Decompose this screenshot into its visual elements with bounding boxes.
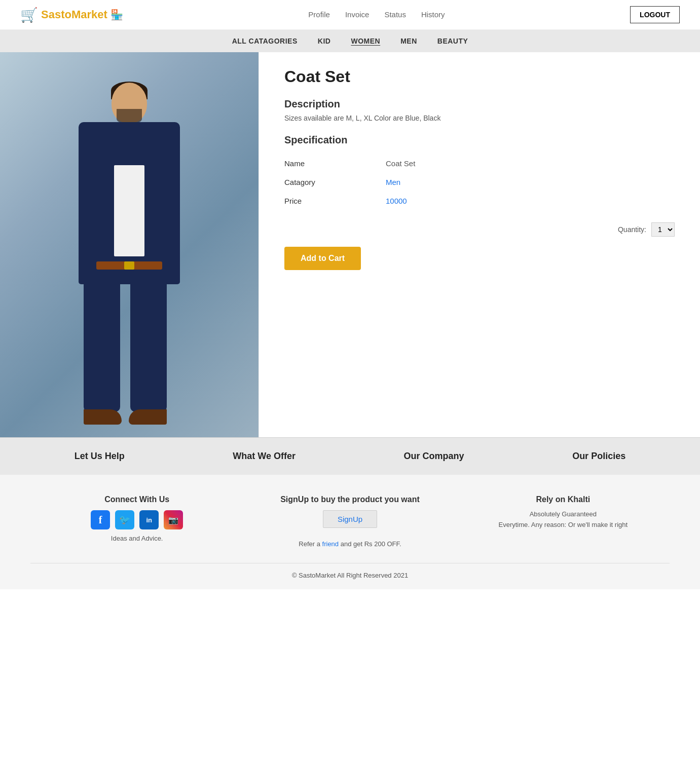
nav-link-invoice[interactable]: Invoice (345, 10, 370, 19)
category-all[interactable]: ALL CATAGORIES (232, 37, 298, 45)
signup-title: SignUp to buy the product you want (243, 495, 456, 504)
footer-copyright: © SastoMarket All Right Reserved 2021 (30, 563, 670, 579)
nav-item-status[interactable]: Status (384, 10, 406, 19)
description-text: Sizes available are M, L, XL Color are B… (284, 114, 675, 122)
quantity-label: Quantity: (618, 225, 646, 234)
footer-section-title-0: Let Us Help (75, 451, 125, 461)
category-nav: ALL CATAGORIES KID WOMEN MEN BEAUTY (0, 30, 700, 52)
footer-col-signup: SignUp to buy the product you want SignU… (243, 495, 456, 548)
footer-section-what-we-offer: What We Offer (233, 451, 296, 462)
product-image (0, 52, 259, 437)
logo-store-icon: 🏪 (110, 9, 123, 21)
main-nav: Profile Invoice Status History (308, 10, 445, 19)
nav-item-profile[interactable]: Profile (308, 10, 330, 19)
khalti-tagline: Everytime. Any reason: Or we'll make it … (457, 521, 670, 528)
description-label: Description (284, 98, 675, 110)
facebook-icon[interactable]: f (91, 510, 110, 529)
nav-links: Profile Invoice Status History (308, 10, 445, 19)
nav-item-invoice[interactable]: Invoice (345, 10, 370, 19)
man-shirt (114, 165, 144, 256)
footer-columns: Connect With Us f 🐦 in 📷 Ideas and Advic… (30, 495, 670, 548)
khalti-title: Rely on Khalti (457, 495, 670, 504)
footer-section-our-policies: Our Policies (572, 451, 625, 462)
category-women[interactable]: WOMEN (351, 37, 380, 45)
product-image-area (0, 52, 259, 437)
man-shoe-left (84, 409, 122, 425)
spec-key-price: Price (284, 192, 386, 210)
refer-text: Refer a friend and get Rs 200 OFF. (243, 540, 456, 548)
footer-col-khalti: Rely on Khalti Absolutely Guaranteed Eve… (457, 495, 670, 548)
signup-button[interactable]: SignUp (323, 510, 377, 528)
man-figure (63, 83, 195, 427)
category-kid[interactable]: KID (318, 37, 331, 45)
man-body (79, 122, 180, 284)
product-title: Coat Set (284, 67, 675, 86)
footer-col-connect: Connect With Us f 🐦 in 📷 Ideas and Advic… (30, 495, 243, 548)
nav-link-status[interactable]: Status (384, 10, 406, 19)
product-section: Coat Set Description Sizes available are… (0, 52, 700, 437)
specification-label: Specification (284, 134, 675, 146)
man-beard (117, 109, 142, 123)
footer-section-let-us-help: Let Us Help (75, 451, 125, 462)
connect-tagline: Ideas and Advice. (30, 535, 243, 542)
spec-key-name: Name (284, 154, 386, 173)
description-section: Description Sizes available are M, L, XL… (284, 98, 675, 122)
logo-text[interactable]: SastoMarket (41, 8, 107, 21)
spec-key-category: Catagory (284, 173, 386, 192)
footer-section-title-2: Our Company (404, 451, 464, 461)
cart-icon: 🛒 (20, 7, 38, 23)
footer-section-our-company: Our Company (404, 451, 464, 462)
add-to-cart-button[interactable]: Add to Cart (284, 247, 361, 270)
spec-row-name: Name Coat Set (284, 154, 675, 173)
product-details: Coat Set Description Sizes available are… (259, 52, 700, 437)
connect-title: Connect With Us (30, 495, 243, 504)
spec-row-category: Catagory Men (284, 173, 675, 192)
refer-link[interactable]: friend (322, 540, 339, 548)
footer-bottom: Connect With Us f 🐦 in 📷 Ideas and Advic… (0, 475, 700, 589)
footer-section-title-3: Our Policies (572, 451, 625, 461)
specification-table: Name Coat Set Catagory Men Price 10000 (284, 154, 675, 210)
spec-value-name: Coat Set (386, 154, 675, 173)
footer-sections: Let Us Help What We Offer Our Company Ou… (0, 437, 700, 475)
quantity-row: Quantity: 1 2 3 4 5 (284, 222, 675, 237)
quantity-select[interactable]: 1 2 3 4 5 (651, 222, 675, 237)
category-beauty[interactable]: BEAUTY (437, 37, 468, 45)
spec-value-price: 10000 (386, 192, 675, 210)
spec-row-price: Price 10000 (284, 192, 675, 210)
man-belt-buckle (124, 261, 134, 270)
nav-item-history[interactable]: History (421, 10, 445, 19)
twitter-icon[interactable]: 🐦 (115, 510, 134, 529)
man-shoe-right (129, 409, 167, 425)
logo-area: 🛒 SastoMarket 🏪 (20, 7, 123, 23)
category-men[interactable]: MEN (400, 37, 417, 45)
man-legs (84, 280, 175, 412)
khalti-subtitle: Absolutely Guaranteed (457, 510, 670, 518)
linkedin-icon[interactable]: in (139, 510, 159, 529)
instagram-icon[interactable]: 📷 (164, 510, 183, 529)
man-leg-right (130, 280, 167, 412)
nav-link-history[interactable]: History (421, 10, 445, 19)
footer-section-title-1: What We Offer (233, 451, 296, 461)
man-head (112, 83, 147, 123)
header: 🛒 SastoMarket 🏪 Profile Invoice Status H… (0, 0, 700, 30)
logout-button[interactable]: LOGOUT (630, 6, 680, 23)
nav-link-profile[interactable]: Profile (308, 10, 330, 19)
social-icons: f 🐦 in 📷 (30, 510, 243, 529)
spec-value-category: Men (386, 173, 675, 192)
man-leg-left (84, 280, 120, 412)
